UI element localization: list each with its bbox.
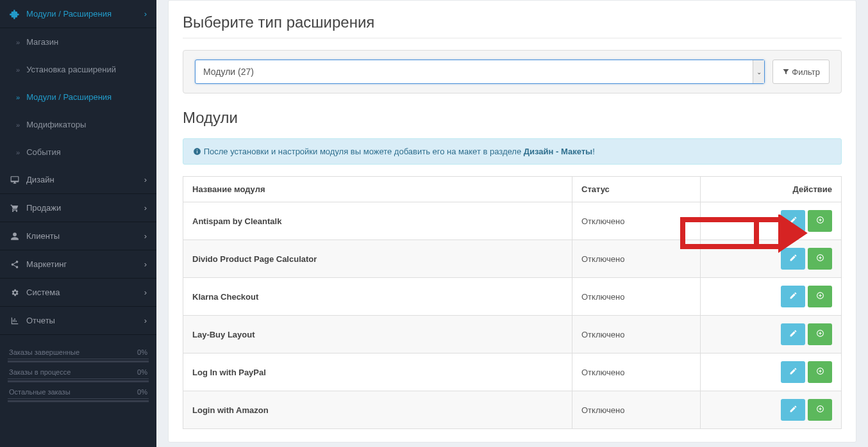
col-action-header: Действие <box>701 177 842 202</box>
edit-button[interactable] <box>781 210 805 232</box>
sidebar: Модули / Расширения › » Магазин » Устано… <box>0 0 156 447</box>
table-row: Login with AmazonОтключено <box>183 391 842 429</box>
page-title: Выберите тип расширения <box>183 13 842 31</box>
nav-sales[interactable]: Продажи › <box>0 194 156 222</box>
edit-button[interactable] <box>781 286 805 307</box>
angle-double-right-icon: » <box>16 38 20 46</box>
chevron-right-icon: › <box>144 316 147 325</box>
section-title: Модули <box>183 109 842 127</box>
stat-value: 0% <box>137 369 147 376</box>
nav-reports[interactable]: Отчеты › <box>0 307 156 335</box>
angle-double-right-icon: » <box>16 149 20 156</box>
module-actions <box>701 278 842 316</box>
pencil-icon <box>789 291 797 302</box>
module-status: Отключено <box>572 354 701 391</box>
extension-type-selector-row: Модули (27) ⌄ Фильтр <box>183 50 842 93</box>
pencil-icon <box>789 254 797 264</box>
extension-type-select[interactable]: Модули (27) ⌄ <box>195 60 765 84</box>
nav-system[interactable]: Система › <box>0 279 156 307</box>
install-button[interactable] <box>808 361 832 383</box>
plus-circle-icon <box>816 216 824 226</box>
module-name: Login with Amazon <box>183 391 572 429</box>
module-actions <box>701 316 842 354</box>
filter-icon <box>782 68 790 76</box>
pencil-icon <box>789 405 797 415</box>
nav-label: Модули / Расширения <box>26 9 112 19</box>
module-status: Отключено <box>572 278 701 316</box>
module-name: Antispam by Cleantalk <box>183 202 572 240</box>
stat-value: 0% <box>137 349 147 356</box>
nav-sub-store[interactable]: » Магазин <box>0 28 156 56</box>
user-icon <box>10 232 20 241</box>
chevron-down-icon: ⌄ <box>753 60 764 83</box>
stat-label: Остальные заказы <box>9 389 71 396</box>
nav-marketing[interactable]: Маркетинг › <box>0 250 156 279</box>
module-status: Отключено <box>572 316 701 354</box>
nav-label: Продажи <box>26 203 61 213</box>
chevron-right-icon: › <box>144 231 147 241</box>
install-button[interactable] <box>808 210 832 232</box>
chevron-right-icon: › <box>144 203 147 213</box>
chevron-right-icon: › <box>144 259 147 269</box>
nav-label: Маркетинг <box>26 259 67 269</box>
chevron-right-icon: › <box>144 288 147 297</box>
plus-circle-icon <box>816 291 824 302</box>
nav-sub-modifications[interactable]: » Модификаторы <box>0 111 156 138</box>
nav-sub-extensions[interactable]: » Модули / Расширения <box>0 83 156 111</box>
select-value: Модули (27) <box>203 67 254 77</box>
gear-icon <box>10 288 20 297</box>
info-alert: После установки и настройки модуля вы мо… <box>183 138 842 165</box>
angle-double-right-icon: » <box>16 121 20 129</box>
share-icon <box>10 260 20 269</box>
chevron-right-icon: › <box>144 9 147 19</box>
edit-button[interactable] <box>781 399 805 421</box>
info-icon <box>193 147 201 156</box>
module-name: Klarna Checkout <box>183 278 572 316</box>
module-actions <box>701 391 842 429</box>
plus-circle-icon <box>816 367 824 377</box>
filter-label: Фильтр <box>792 67 820 77</box>
install-button[interactable] <box>808 323 832 345</box>
nav-sub-install[interactable]: » Установка расширений <box>0 56 156 83</box>
table-row: Lay-Buy LayoutОтключено <box>183 316 842 354</box>
cart-icon <box>10 204 20 213</box>
nav-sub-label: Магазин <box>26 37 58 47</box>
nav-design[interactable]: Дизайн › <box>0 166 156 194</box>
edit-button[interactable] <box>781 361 805 383</box>
table-row: Antispam by CleantalkОтключено <box>183 202 842 240</box>
install-button[interactable] <box>808 399 832 421</box>
module-status: Отключено <box>572 391 701 429</box>
nav-customers[interactable]: Клиенты › <box>0 222 156 250</box>
table-row: Divido Product Page CalculatorОтключено <box>183 240 842 278</box>
filter-button[interactable]: Фильтр <box>772 60 830 84</box>
module-actions <box>701 354 842 391</box>
install-button[interactable] <box>808 248 832 270</box>
nav-label: Клиенты <box>26 231 60 241</box>
nav-label: Система <box>26 288 60 297</box>
module-status: Отключено <box>572 240 701 278</box>
pencil-icon <box>789 329 797 339</box>
col-status-header[interactable]: Статус <box>572 177 701 202</box>
col-name-header[interactable]: Название модуля <box>183 177 572 202</box>
table-row: Log In with PayPalОтключено <box>183 354 842 391</box>
stat-label: Заказы в процессе <box>9 369 71 376</box>
nav-sub-events[interactable]: » События <box>0 138 156 166</box>
nav-extensions[interactable]: Модули / Расширения › <box>0 0 156 28</box>
module-status: Отключено <box>572 202 701 240</box>
nav-label: Дизайн <box>26 175 54 184</box>
plus-circle-icon <box>816 405 824 415</box>
nav-sub-label: Модификаторы <box>26 120 86 129</box>
stat-label: Заказы завершенные <box>9 349 79 356</box>
install-button[interactable] <box>808 286 832 307</box>
pencil-icon <box>789 367 797 377</box>
angle-double-right-icon: » <box>16 93 20 101</box>
nav-sub-label: События <box>26 147 61 157</box>
nav-sub-label: Модули / Расширения <box>26 92 112 102</box>
module-actions <box>701 240 842 278</box>
edit-button[interactable] <box>781 323 805 345</box>
modules-table: Название модуля Статус Действие Antispam… <box>183 176 842 429</box>
chevron-right-icon: › <box>144 175 147 184</box>
edit-button[interactable] <box>781 248 805 270</box>
table-row: Klarna CheckoutОтключено <box>183 278 842 316</box>
bar-chart-icon <box>10 316 20 325</box>
